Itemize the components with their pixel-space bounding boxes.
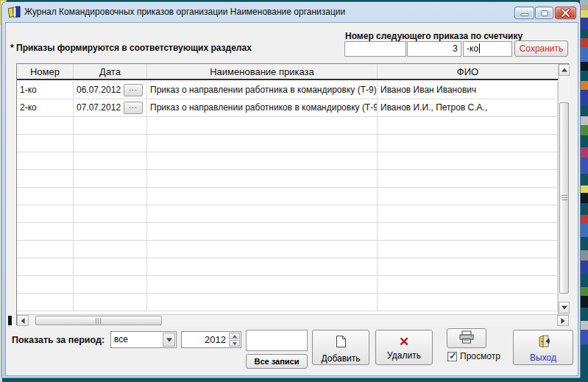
period-dropdown[interactable]: все	[110, 331, 177, 348]
column-header-fio[interactable]: ФИО	[378, 64, 558, 79]
column-header-title[interactable]: Наименование приказа	[147, 64, 378, 79]
text-cursor	[479, 43, 480, 53]
date-value: 06.07.2012	[77, 85, 121, 95]
chevron-down-icon	[166, 338, 172, 342]
spin-down-icon	[233, 342, 237, 345]
period-value: все	[114, 332, 128, 347]
titlebar[interactable]: Журнал Командировочных приказов организа…	[2, 2, 580, 22]
table-row-empty	[17, 188, 558, 205]
arrow-right-icon	[562, 318, 565, 324]
column-header-number[interactable]: Номер	[17, 64, 74, 79]
app-window: Журнал Командировочных приказов организа…	[1, 1, 581, 378]
vertical-scroll-thumb[interactable]	[559, 102, 569, 294]
scroll-left-button[interactable]	[17, 315, 29, 326]
window-title: Журнал Командировочных приказов организа…	[24, 2, 345, 22]
scroll-right-button[interactable]	[557, 315, 569, 326]
journal-books-icon	[8, 6, 21, 18]
cell-date: 06.07.2012 ...	[74, 82, 147, 99]
table-row-empty	[17, 294, 558, 311]
maximize-icon	[541, 10, 548, 16]
add-button-label: Добавить	[321, 353, 360, 364]
table-row-empty	[17, 241, 558, 258]
year-down-button[interactable]	[229, 340, 240, 347]
printer-icon	[458, 330, 475, 346]
delete-button[interactable]: ✕ Удалить	[375, 330, 433, 365]
table-row-empty	[17, 152, 558, 170]
table-row-empty	[17, 117, 558, 135]
cell-number: 2-ко	[17, 99, 74, 116]
scroll-down-button[interactable]	[559, 302, 570, 314]
counter-suffix-value: -ко	[467, 43, 478, 54]
cell-number: 1-ко	[17, 82, 74, 99]
new-document-icon	[336, 335, 347, 350]
filter-input[interactable]	[246, 330, 308, 351]
checkmark-icon: ✓	[449, 350, 457, 361]
table-row[interactable]: 1-ко 06.07.2012 ... Приказ о направлении…	[17, 82, 558, 99]
table-row-empty	[17, 276, 558, 294]
desktop-right-sliver	[580, 0, 588, 382]
exit-door-icon	[536, 335, 550, 350]
table-row[interactable]: 2-ко 07.07.2012 ... Приказ о направлении…	[17, 99, 558, 117]
date-value: 07.07.2012	[77, 102, 121, 113]
left-edge-artifact	[8, 316, 12, 325]
minimize-button[interactable]	[514, 7, 534, 19]
vertical-scrollbar[interactable]	[558, 64, 570, 314]
arrow-up-icon	[562, 68, 567, 72]
table-header: Номер Дата Наименование приказа ФИО	[17, 64, 558, 80]
delete-x-icon: ✕	[399, 337, 409, 347]
counter-suffix-field[interactable]: -ко	[463, 41, 512, 57]
period-label: Показать за период:	[12, 335, 105, 345]
table-body: 1-ко 06.07.2012 ... Приказ о направлении…	[17, 82, 558, 314]
save-button[interactable]: Сохранить	[514, 40, 568, 57]
arrow-left-icon	[21, 318, 25, 324]
exit-button-label: Выход	[530, 353, 556, 363]
cell-title: Приказ о направлении работника в команди…	[147, 82, 378, 99]
year-value: 2012	[205, 332, 226, 347]
counter-label: Номер следующего приказа по счетчику	[345, 31, 523, 41]
scroll-up-button[interactable]	[559, 64, 570, 76]
arrow-down-icon	[562, 306, 567, 310]
table-row-empty	[17, 205, 558, 223]
spin-up-icon	[233, 335, 237, 338]
table-row-empty	[17, 170, 558, 188]
year-up-button[interactable]	[229, 333, 240, 339]
orders-note-label: * Приказы формируются в соответствующих …	[10, 43, 252, 53]
horizontal-scrollbar[interactable]	[17, 314, 570, 326]
table-row-empty	[17, 223, 558, 241]
cell-fio: Иванов И.И., Петров С.А.,	[378, 99, 558, 116]
column-header-date[interactable]: Дата	[74, 64, 147, 79]
cell-fio: Иванов Иван Иванович	[378, 82, 558, 99]
maximize-button[interactable]	[535, 7, 553, 19]
dropdown-button[interactable]	[163, 333, 175, 347]
add-button[interactable]: Добавить	[312, 330, 369, 365]
preview-label: Просмотр	[460, 351, 500, 361]
counter-prefix-field[interactable]	[344, 41, 406, 57]
year-stepper[interactable]: 2012	[181, 331, 241, 348]
client-area: * Приказы формируются в соответствующих …	[5, 22, 578, 376]
close-button[interactable]	[555, 7, 576, 19]
table-row-empty	[17, 135, 558, 152]
minimize-icon	[520, 13, 528, 16]
cell-title: Приказ о направлении работников в команд…	[147, 99, 378, 116]
orders-table: Номер Дата Наименование приказа ФИО 1-ко…	[16, 63, 569, 325]
close-icon	[556, 7, 575, 18]
all-records-button[interactable]: Все записи	[246, 354, 308, 369]
delete-button-label: Удалить	[387, 350, 421, 361]
thumb-grip-icon	[562, 195, 567, 201]
date-browse-button[interactable]: ...	[124, 84, 143, 96]
preview-option[interactable]: ✓ Просмотр	[447, 351, 500, 361]
cell-date: 07.07.2012 ...	[74, 99, 147, 116]
print-button[interactable]	[447, 328, 486, 348]
table-row-empty	[17, 258, 558, 276]
horizontal-scroll-thumb[interactable]	[35, 316, 162, 325]
counter-number-field[interactable]: 3	[407, 41, 461, 57]
thumb-grip-icon	[96, 318, 102, 324]
exit-button[interactable]: Выход	[513, 330, 573, 365]
date-browse-button[interactable]: ...	[124, 102, 143, 114]
preview-checkbox[interactable]: ✓	[447, 352, 457, 361]
